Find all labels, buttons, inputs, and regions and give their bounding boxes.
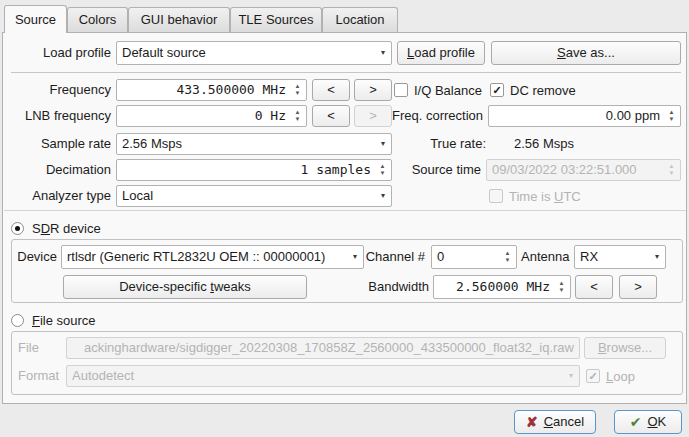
- loop-label: Loop: [606, 369, 635, 384]
- lnb-frequency-value: 0 Hz: [255, 108, 286, 123]
- ok-button[interactable]: ✔ OK: [614, 410, 682, 434]
- device-label: Device: [15, 246, 57, 268]
- source-time-label: Source time: [361, 159, 481, 181]
- bandwidth-input[interactable]: 2.560000 MHz ▲ ▼: [433, 275, 571, 299]
- lnb-frequency-label: LNB frequency: [11, 105, 111, 127]
- frequency-step-up-button[interactable]: >: [354, 79, 392, 101]
- bandwidth-step-down-button[interactable]: <: [575, 275, 613, 299]
- source-time-spinner: ▲ ▼: [664, 161, 679, 179]
- lnb-spinner[interactable]: ▲ ▼: [290, 107, 305, 125]
- antenna-combo[interactable]: RX ▾: [574, 245, 666, 269]
- frequency-label: Frequency: [11, 79, 111, 101]
- bandwidth-label: Bandwidth: [349, 276, 429, 298]
- frequency-step-down-button[interactable]: <: [312, 79, 350, 101]
- ok-button-label: OK: [647, 411, 666, 433]
- checkbox-check-icon[interactable]: ✓: [490, 83, 504, 97]
- save-as-button[interactable]: Save as...: [491, 41, 681, 65]
- source-time-value: 09/03/2022 03:22:51.000: [492, 162, 637, 177]
- checkbox-box[interactable]: [394, 83, 408, 97]
- antenna-label: Antenna: [521, 246, 569, 268]
- separator: [4, 210, 686, 211]
- spin-down-icon: ▼: [669, 171, 675, 176]
- format-combo-value: Autodetect: [72, 368, 134, 383]
- spin-up-icon[interactable]: ▲: [505, 251, 511, 256]
- channel-value: 0: [437, 249, 444, 264]
- dropdown-arrow-icon: ▾: [569, 366, 573, 386]
- sample-rate-label: Sample rate: [11, 133, 111, 155]
- file-path-input: ackinghardware/sigdigger_20220308_170858…: [66, 337, 580, 359]
- iq-balance-checkbox[interactable]: I/Q Balance: [394, 82, 482, 98]
- decimation-input[interactable]: 1 samples ▲ ▼: [116, 159, 392, 181]
- profile-combo[interactable]: Default source ▾: [116, 41, 392, 65]
- format-combo: Autodetect ▾: [66, 365, 580, 387]
- tab-gui-behavior[interactable]: GUI behavior: [128, 7, 230, 32]
- spin-down-icon[interactable]: ▼: [669, 117, 675, 122]
- bandwidth-value: 2.560000 MHz: [456, 279, 550, 294]
- freq-correction-input[interactable]: 0.00 ppm ▲ ▼: [488, 105, 681, 127]
- spin-up-icon[interactable]: ▲: [295, 84, 301, 89]
- analyzer-type-combo[interactable]: Local ▾: [116, 185, 392, 207]
- spin-up-icon[interactable]: ▲: [295, 110, 301, 115]
- dropdown-arrow-icon: ▾: [381, 134, 385, 154]
- spin-down-icon[interactable]: ▼: [559, 288, 565, 293]
- spin-down-icon[interactable]: ▼: [295, 117, 301, 122]
- dropdown-arrow-icon: ▾: [381, 186, 385, 206]
- freq-correction-spinner[interactable]: ▲ ▼: [664, 107, 679, 125]
- freq-correction-value: 0.00 ppm: [606, 108, 660, 123]
- spin-down-icon[interactable]: ▼: [295, 91, 301, 96]
- sdr-device-radio[interactable]: SDR device: [11, 221, 101, 236]
- frequency-input[interactable]: 433.500000 MHz ▲ ▼: [116, 79, 307, 101]
- time-is-utc-label: Time is UTC: [509, 189, 581, 204]
- file-source-radio-label: File source: [32, 313, 96, 328]
- file-path-value: ackinghardware/sigdigger_20220308_170858…: [84, 340, 574, 355]
- device-specific-tweaks-button[interactable]: Device-specific tweaks: [63, 275, 307, 299]
- device-combo-value: rtlsdr (Generic RTL2832U OEM :: 00000001…: [67, 249, 325, 264]
- time-is-utc-checkbox: Time is UTC: [489, 188, 581, 204]
- dropdown-arrow-icon: ▾: [655, 246, 659, 268]
- tab-tle-sources[interactable]: TLE Sources: [230, 7, 322, 32]
- tab-colors[interactable]: Colors: [67, 7, 128, 32]
- sample-rate-combo[interactable]: 2.56 Msps ▾: [116, 133, 392, 155]
- checkbox-check-icon: ✓: [586, 369, 600, 383]
- file-source-radio[interactable]: File source: [11, 313, 96, 328]
- true-rate-value: 2.56 Msps: [514, 133, 634, 155]
- tab-location[interactable]: Location: [322, 7, 398, 32]
- browse-button: Browse...: [584, 337, 666, 359]
- frequency-spinner[interactable]: ▲ ▼: [290, 81, 305, 99]
- channel-spinner[interactable]: ▲ ▼: [500, 247, 515, 267]
- tab-source[interactable]: Source: [4, 5, 67, 33]
- sample-rate-value: 2.56 Msps: [122, 136, 182, 151]
- load-profile-label: Load profile: [11, 42, 111, 64]
- bandwidth-spinner[interactable]: ▲ ▼: [554, 277, 569, 297]
- load-profile-button[interactable]: Load profile: [397, 41, 485, 65]
- cancel-x-icon: ✘: [526, 411, 538, 433]
- spin-up-icon[interactable]: ▲: [559, 281, 565, 286]
- source-tab-pane: Load profile Default source ▾ Load profi…: [2, 32, 687, 404]
- dc-remove-label: DC remove: [510, 83, 576, 98]
- analyzer-type-value: Local: [122, 188, 153, 203]
- lnb-frequency-input[interactable]: 0 Hz ▲ ▼: [116, 105, 307, 127]
- device-combo[interactable]: rtlsdr (Generic RTL2832U OEM :: 00000001…: [61, 245, 364, 269]
- file-label: File: [18, 337, 60, 359]
- radio-selected-icon[interactable]: [11, 222, 24, 235]
- dc-remove-checkbox[interactable]: ✓ DC remove: [490, 82, 576, 98]
- true-rate-label: True rate:: [398, 133, 486, 155]
- format-label: Format: [18, 365, 62, 387]
- analyzer-type-label: Analyzer type: [11, 185, 111, 207]
- channel-label: Channel #: [363, 246, 425, 268]
- radio-unselected-icon[interactable]: [11, 314, 24, 327]
- profile-combo-value: Default source: [122, 45, 206, 60]
- freq-correction-label: Freq. correction: [363, 105, 483, 127]
- loop-checkbox: ✓ Loop: [586, 368, 635, 384]
- spin-up-icon[interactable]: ▲: [669, 110, 675, 115]
- spin-down-icon[interactable]: ▼: [505, 258, 511, 263]
- dropdown-arrow-icon: ▾: [353, 246, 357, 268]
- bandwidth-step-up-button[interactable]: >: [619, 275, 657, 299]
- channel-input[interactable]: 0 ▲ ▼: [431, 245, 517, 269]
- lnb-step-down-button[interactable]: <: [312, 105, 350, 127]
- ok-check-icon: ✔: [630, 411, 642, 433]
- iq-balance-label: I/Q Balance: [414, 83, 482, 98]
- cancel-button[interactable]: ✘ Cancel: [514, 410, 596, 434]
- decimation-label: Decimation: [11, 159, 111, 181]
- dropdown-arrow-icon: ▾: [381, 42, 385, 64]
